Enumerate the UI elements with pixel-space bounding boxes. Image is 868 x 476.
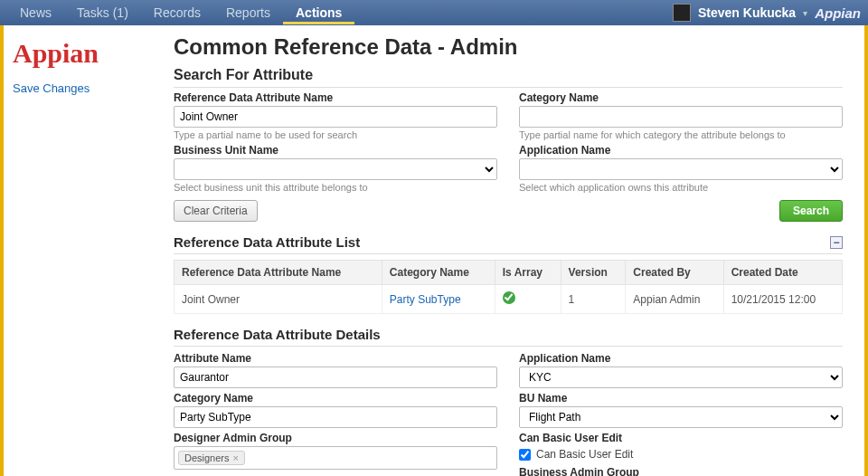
nav-actions[interactable]: Actions (283, 1, 354, 24)
designer-token-text: Designers (184, 452, 230, 463)
page-title: Common Reference Data - Admin (174, 34, 843, 60)
col-attr-name[interactable]: Reference Data Attribute Name (175, 261, 382, 285)
table-row[interactable]: Joint Owner Party SubType 1 Appian Admin… (175, 285, 843, 314)
col-createdby[interactable]: Created By (626, 261, 723, 285)
detail-attr-name-input[interactable] (174, 367, 497, 388)
bu-help: Select business unit this attribute belo… (174, 182, 497, 193)
remove-token-icon[interactable]: × (233, 452, 239, 463)
details-section-title: Reference Data Attribute Details (174, 327, 843, 347)
designer-group-label: Designer Admin Group (174, 432, 497, 444)
cell-attr-name: Joint Owner (175, 285, 382, 314)
bu-select[interactable] (174, 158, 497, 180)
list-section-title-text: Reference Data Attribute List (174, 234, 360, 250)
app-label: Application Name (519, 144, 843, 157)
basic-edit-checkbox[interactable] (519, 449, 531, 461)
category-label: Category Name (519, 91, 843, 104)
detail-category-label: Category Name (174, 392, 497, 405)
list-section-title: Reference Data Attribute List − (174, 234, 843, 254)
search-section-title: Search For Attribute (174, 67, 843, 88)
detail-attr-name-label: Attribute Name (174, 352, 497, 365)
logo: Appian (13, 38, 148, 69)
details-section-title-text: Reference Data Attribute Details (174, 327, 381, 342)
detail-app-name-label: Application Name (519, 352, 843, 365)
nav-tasks[interactable]: Tasks (1) (64, 1, 141, 24)
main-content: Common Reference Data - Admin Search For… (157, 25, 864, 476)
cell-category-link[interactable]: Party SubType (390, 293, 461, 306)
nav-reports[interactable]: Reports (213, 1, 283, 24)
attr-name-label: Reference Data Attribute Name (174, 91, 497, 104)
business-admin-group-label: Business Admin Group (519, 466, 843, 476)
detail-bu-label: BU Name (519, 392, 843, 405)
col-version[interactable]: Version (561, 261, 626, 285)
col-isarray[interactable]: Is Array (495, 261, 561, 285)
bu-label: Business Unit Name (174, 144, 497, 157)
save-changes-link[interactable]: Save Changes (13, 81, 148, 95)
left-sidebar: Appian Save Changes (4, 25, 157, 476)
app-help: Select which application owns this attri… (519, 182, 843, 193)
cell-createddate: 10/21/2015 12:00 (723, 285, 842, 314)
nav-records[interactable]: Records (141, 1, 213, 24)
detail-app-name-select[interactable]: KYC (519, 367, 843, 388)
user-menu-caret[interactable]: ▾ (803, 8, 807, 18)
attribute-table: Reference Data Attribute Name Category N… (174, 260, 843, 314)
detail-category-input[interactable] (174, 406, 497, 428)
clear-criteria-button[interactable]: Clear Criteria (174, 200, 258, 222)
app-select[interactable] (519, 158, 843, 180)
col-createddate[interactable]: Created Date (723, 261, 842, 285)
attr-name-help: Type a partial name to be used for searc… (174, 129, 497, 140)
basic-edit-checkbox-label: Can Basic User Edit (536, 448, 633, 461)
cell-createdby: Appian Admin (626, 285, 723, 314)
search-button[interactable]: Search (779, 200, 843, 222)
header-brand: Appian (815, 5, 861, 21)
collapse-icon[interactable]: − (830, 236, 843, 249)
nav-tabs: News Tasks (1) Records Reports Actions (7, 1, 354, 24)
avatar[interactable] (673, 4, 691, 22)
basic-edit-label: Can Basic User Edit (519, 432, 843, 444)
designer-token: Designers × (178, 451, 245, 465)
cell-version: 1 (561, 285, 626, 314)
designer-group-picker[interactable]: Designers × (174, 446, 497, 470)
check-icon (503, 291, 515, 304)
username[interactable]: Steven Kukucka (698, 5, 796, 20)
category-input[interactable] (519, 106, 843, 128)
top-nav-bar: News Tasks (1) Records Reports Actions S… (0, 0, 868, 25)
attr-name-input[interactable] (174, 106, 497, 128)
detail-bu-select[interactable]: Flight Path (519, 406, 843, 428)
col-category[interactable]: Category Name (382, 261, 495, 285)
category-help: Type partial name for which category the… (519, 129, 843, 140)
nav-news[interactable]: News (7, 1, 64, 24)
